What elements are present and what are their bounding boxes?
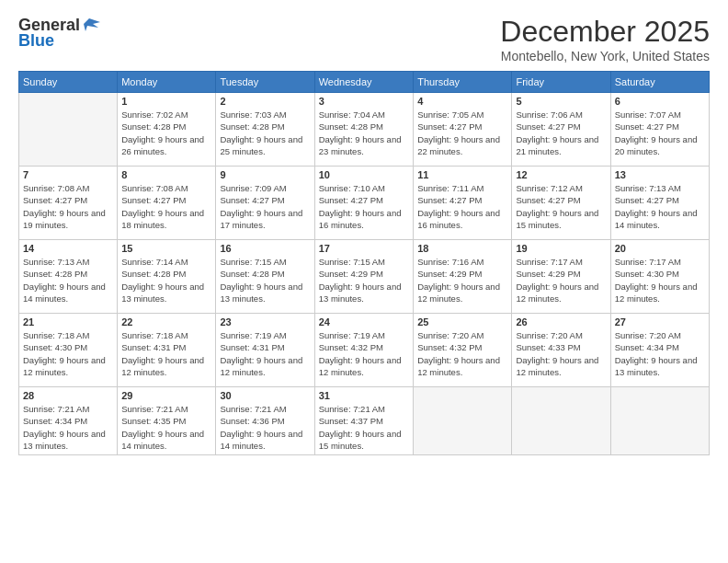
calendar-day-cell: 2Sunrise: 7:03 AMSunset: 4:28 PMDaylight… [216,93,314,167]
calendar-day-cell: 1Sunrise: 7:02 AMSunset: 4:28 PMDaylight… [118,93,216,167]
day-info: Sunrise: 7:17 AMSunset: 4:30 PMDaylight:… [615,256,705,304]
logo: General Blue [18,15,102,51]
day-number: 10 [319,169,409,180]
day-info: Sunrise: 7:06 AMSunset: 4:27 PMDaylight:… [516,109,606,157]
calendar-day-cell: 24Sunrise: 7:19 AMSunset: 4:32 PMDayligh… [314,314,413,387]
day-info: Sunrise: 7:19 AMSunset: 4:31 PMDaylight:… [220,329,310,378]
calendar-day-cell: 5Sunrise: 7:06 AMSunset: 4:27 PMDaylight… [512,93,610,167]
day-number: 15 [121,243,211,254]
day-number: 21 [23,316,113,327]
calendar-day-cell: 15Sunrise: 7:14 AMSunset: 4:28 PMDayligh… [118,240,216,314]
weekday-header-cell: Saturday [610,72,709,93]
day-info: Sunrise: 7:15 AMSunset: 4:28 PMDaylight:… [220,256,310,304]
calendar-day-cell: 3Sunrise: 7:04 AMSunset: 4:28 PMDaylight… [314,93,413,167]
day-number: 3 [319,96,409,107]
day-info: Sunrise: 7:07 AMSunset: 4:27 PMDaylight:… [615,109,705,157]
svg-marker-0 [84,18,100,31]
calendar-week-row: 21Sunrise: 7:18 AMSunset: 4:30 PMDayligh… [19,314,710,387]
weekday-header-cell: Wednesday [314,72,413,93]
day-info: Sunrise: 7:08 AMSunset: 4:27 PMDaylight:… [121,182,211,231]
calendar-day-cell [19,93,118,167]
calendar-day-cell: 29Sunrise: 7:21 AMSunset: 4:35 PMDayligh… [118,387,216,455]
day-number: 18 [417,243,507,254]
day-info: Sunrise: 7:09 AMSunset: 4:27 PMDaylight:… [220,182,310,231]
day-info: Sunrise: 7:16 AMSunset: 4:29 PMDaylight:… [417,256,507,304]
calendar-day-cell: 4Sunrise: 7:05 AMSunset: 4:27 PMDaylight… [414,93,512,167]
header: General Blue December 2025 Montebello, N… [18,15,710,63]
day-info: Sunrise: 7:12 AMSunset: 4:27 PMDaylight:… [516,182,606,231]
day-info: Sunrise: 7:04 AMSunset: 4:28 PMDaylight:… [319,109,409,157]
day-number: 9 [220,169,310,180]
day-number: 20 [615,243,705,254]
calendar-day-cell: 21Sunrise: 7:18 AMSunset: 4:30 PMDayligh… [19,314,118,387]
day-number: 25 [417,316,507,327]
weekday-header-cell: Thursday [414,72,512,93]
logo-blue-text: Blue [18,31,54,51]
day-number: 5 [516,96,606,107]
calendar-day-cell: 12Sunrise: 7:12 AMSunset: 4:27 PMDayligh… [512,167,610,240]
day-info: Sunrise: 7:10 AMSunset: 4:27 PMDaylight:… [319,182,409,231]
day-number: 13 [615,169,705,180]
calendar-day-cell [414,387,512,455]
day-info: Sunrise: 7:21 AMSunset: 4:34 PMDaylight:… [23,403,113,452]
weekday-header-cell: Friday [512,72,610,93]
day-number: 8 [121,169,211,180]
month-title: December 2025 [500,15,710,49]
day-number: 28 [23,390,113,401]
calendar-page: General Blue December 2025 Montebello, N… [0,0,728,563]
day-number: 17 [319,243,409,254]
calendar-day-cell: 19Sunrise: 7:17 AMSunset: 4:29 PMDayligh… [512,240,610,314]
day-number: 14 [23,243,113,254]
day-number: 27 [615,316,705,327]
day-number: 31 [319,390,409,401]
day-number: 22 [121,316,211,327]
calendar-day-cell [610,387,709,455]
day-number: 16 [220,243,310,254]
calendar-day-cell: 8Sunrise: 7:08 AMSunset: 4:27 PMDaylight… [118,167,216,240]
calendar-day-cell: 9Sunrise: 7:09 AMSunset: 4:27 PMDaylight… [216,167,314,240]
calendar-table: SundayMondayTuesdayWednesdayThursdayFrid… [18,71,710,455]
location: Montebello, New York, United States [500,49,710,63]
day-info: Sunrise: 7:15 AMSunset: 4:29 PMDaylight:… [319,256,409,304]
day-info: Sunrise: 7:20 AMSunset: 4:33 PMDaylight:… [516,329,606,378]
calendar-day-cell: 31Sunrise: 7:21 AMSunset: 4:37 PMDayligh… [314,387,413,455]
day-info: Sunrise: 7:21 AMSunset: 4:36 PMDaylight:… [220,403,310,452]
day-info: Sunrise: 7:05 AMSunset: 4:27 PMDaylight:… [417,109,507,157]
calendar-day-cell: 28Sunrise: 7:21 AMSunset: 4:34 PMDayligh… [19,387,118,455]
day-number: 2 [220,96,310,107]
calendar-day-cell: 30Sunrise: 7:21 AMSunset: 4:36 PMDayligh… [216,387,314,455]
calendar-day-cell: 27Sunrise: 7:20 AMSunset: 4:34 PMDayligh… [610,314,709,387]
day-number: 4 [417,96,507,107]
day-info: Sunrise: 7:02 AMSunset: 4:28 PMDaylight:… [121,109,211,157]
day-info: Sunrise: 7:20 AMSunset: 4:32 PMDaylight:… [417,329,507,378]
calendar-day-cell: 20Sunrise: 7:17 AMSunset: 4:30 PMDayligh… [610,240,709,314]
day-info: Sunrise: 7:03 AMSunset: 4:28 PMDaylight:… [220,109,310,157]
weekday-header-cell: Monday [118,72,216,93]
day-info: Sunrise: 7:11 AMSunset: 4:27 PMDaylight:… [417,182,507,231]
calendar-day-cell: 7Sunrise: 7:08 AMSunset: 4:27 PMDaylight… [19,167,118,240]
day-info: Sunrise: 7:08 AMSunset: 4:27 PMDaylight:… [23,182,113,231]
day-number: 7 [23,169,113,180]
day-info: Sunrise: 7:21 AMSunset: 4:37 PMDaylight:… [319,403,409,452]
calendar-day-cell [512,387,610,455]
calendar-day-cell: 13Sunrise: 7:13 AMSunset: 4:27 PMDayligh… [610,167,709,240]
calendar-day-cell: 16Sunrise: 7:15 AMSunset: 4:28 PMDayligh… [216,240,314,314]
day-number: 29 [121,390,211,401]
day-number: 24 [319,316,409,327]
calendar-day-cell: 25Sunrise: 7:20 AMSunset: 4:32 PMDayligh… [414,314,512,387]
calendar-day-cell: 17Sunrise: 7:15 AMSunset: 4:29 PMDayligh… [314,240,413,314]
title-block: December 2025 Montebello, New York, Unit… [500,15,710,63]
day-info: Sunrise: 7:20 AMSunset: 4:34 PMDaylight:… [615,329,705,378]
day-number: 26 [516,316,606,327]
calendar-body: 1Sunrise: 7:02 AMSunset: 4:28 PMDaylight… [19,93,710,455]
calendar-week-row: 14Sunrise: 7:13 AMSunset: 4:28 PMDayligh… [19,240,710,314]
calendar-day-cell: 22Sunrise: 7:18 AMSunset: 4:31 PMDayligh… [118,314,216,387]
day-info: Sunrise: 7:21 AMSunset: 4:35 PMDaylight:… [121,403,211,452]
day-info: Sunrise: 7:19 AMSunset: 4:32 PMDaylight:… [319,329,409,378]
weekday-header-row: SundayMondayTuesdayWednesdayThursdayFrid… [19,72,710,93]
day-number: 1 [121,96,211,107]
day-info: Sunrise: 7:13 AMSunset: 4:27 PMDaylight:… [615,182,705,231]
calendar-week-row: 28Sunrise: 7:21 AMSunset: 4:34 PMDayligh… [19,387,710,455]
weekday-header-cell: Sunday [19,72,118,93]
day-info: Sunrise: 7:18 AMSunset: 4:31 PMDaylight:… [121,329,211,378]
